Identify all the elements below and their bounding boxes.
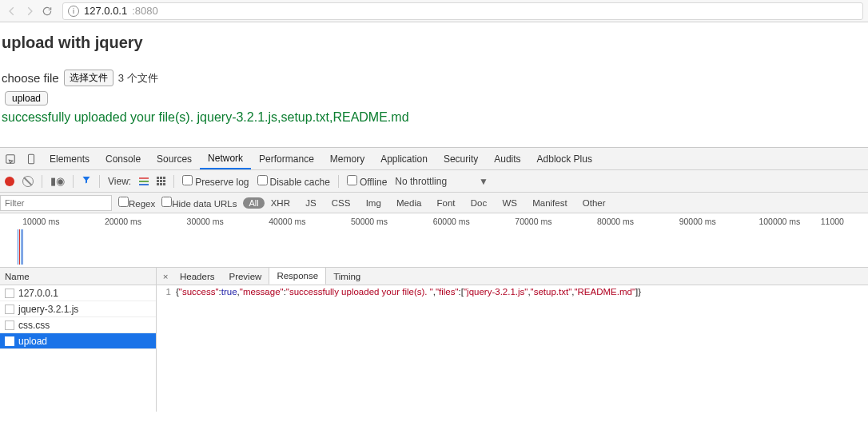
network-timeline[interactable]: 10000 ms20000 ms30000 ms40000 ms50000 ms… xyxy=(0,213,868,268)
svg-rect-0 xyxy=(6,154,15,163)
filter-type-img[interactable]: Img xyxy=(366,198,381,208)
url-host: 127.0.0.1 xyxy=(84,5,127,17)
site-info-icon[interactable]: i xyxy=(68,6,79,17)
view-list-icon[interactable] xyxy=(139,177,149,185)
tab-audits[interactable]: Audits xyxy=(486,148,528,169)
timeline-tick: 50000 ms xyxy=(328,217,411,226)
file-count-label: 3 个文件 xyxy=(118,71,158,86)
url-port: :8080 xyxy=(132,5,158,17)
record-button[interactable] xyxy=(5,177,14,186)
filter-icon[interactable] xyxy=(82,175,91,187)
file-icon xyxy=(5,320,14,330)
upload-status: successfully uploaded your file(s). jque… xyxy=(0,110,868,125)
throttling-dropdown-icon[interactable]: ▼ xyxy=(479,176,488,187)
tab-security[interactable]: Security xyxy=(436,148,486,169)
filter-type-doc[interactable]: Doc xyxy=(471,198,487,208)
address-bar[interactable]: i 127.0.0.1:8080 xyxy=(62,2,863,20)
filter-type-all[interactable]: All xyxy=(243,197,264,209)
tab-adblock-plus[interactable]: Adblock Plus xyxy=(529,148,600,169)
tab-elements[interactable]: Elements xyxy=(42,148,98,169)
file-icon xyxy=(5,289,14,298)
filter-type-other[interactable]: Other xyxy=(583,198,606,208)
inspect-icon[interactable] xyxy=(0,148,21,169)
timeline-tick: 30000 ms xyxy=(164,217,246,226)
request-row[interactable]: 127.0.0.1 xyxy=(0,285,156,301)
choose-file-label: choose file xyxy=(2,71,59,85)
forward-button[interactable] xyxy=(22,4,37,18)
line-number: 1 xyxy=(160,287,171,297)
detail-tab-response[interactable]: Response xyxy=(269,268,326,285)
request-detail: × HeadersPreviewResponseTiming 1 {"succe… xyxy=(157,268,868,412)
tab-sources[interactable]: Sources xyxy=(149,148,200,169)
request-row[interactable]: jquery-3.2.1.js xyxy=(0,301,156,317)
reqlist-header[interactable]: Name xyxy=(0,268,156,285)
network-toolbar: ▮◉ View: Preserve log Disable cache Offl… xyxy=(0,170,868,193)
tab-console[interactable]: Console xyxy=(98,148,149,169)
response-body[interactable]: {"success":true,"message":"successfully … xyxy=(176,287,641,297)
capture-screenshot-icon[interactable]: ▮◉ xyxy=(50,175,65,187)
timeline-tick: 11000 xyxy=(821,217,868,226)
timeline-tick: 100000 ms xyxy=(739,217,821,226)
filter-input[interactable] xyxy=(0,195,112,211)
view-grid-icon[interactable] xyxy=(157,177,165,185)
close-icon[interactable]: × xyxy=(158,272,173,281)
preserve-log-checkbox[interactable]: Preserve log xyxy=(182,175,249,188)
filter-type-media[interactable]: Media xyxy=(396,198,421,208)
timeline-tick: 40000 ms xyxy=(246,217,328,226)
filter-type-js[interactable]: JS xyxy=(305,198,316,208)
file-icon xyxy=(5,305,14,314)
hide-data-urls-checkbox[interactable]: Hide data URLs xyxy=(161,197,237,209)
filter-type-manifest[interactable]: Manifest xyxy=(532,198,567,208)
regex-checkbox[interactable]: Regex xyxy=(118,197,155,209)
filter-type-ws[interactable]: WS xyxy=(502,198,517,208)
choose-file-button[interactable]: 选择文件 xyxy=(64,70,113,86)
request-list: Name 127.0.0.1jquery-3.2.1.jscss.cssuplo… xyxy=(0,268,157,412)
upload-button[interactable]: upload xyxy=(5,91,48,106)
clear-button[interactable] xyxy=(22,176,34,187)
view-label: View: xyxy=(108,176,131,187)
browser-toolbar: i 127.0.0.1:8080 xyxy=(0,0,868,22)
file-icon xyxy=(5,336,14,346)
page-title: upload with jquery xyxy=(0,34,868,52)
reload-button[interactable] xyxy=(40,4,54,18)
timeline-tick: 90000 ms xyxy=(656,217,739,226)
devtools-panel: ElementsConsoleSourcesNetworkPerformance… xyxy=(0,147,868,412)
tab-application[interactable]: Application xyxy=(372,148,436,169)
tab-memory[interactable]: Memory xyxy=(322,148,372,169)
timeline-tick: 70000 ms xyxy=(492,217,575,226)
filter-type-css[interactable]: CSS xyxy=(332,198,351,208)
timeline-tick: 20000 ms xyxy=(82,217,165,226)
disable-cache-checkbox[interactable]: Disable cache xyxy=(257,175,330,188)
network-filterbar: Regex Hide data URLs All XHR JS CSS Img … xyxy=(0,193,868,213)
device-mode-icon[interactable] xyxy=(21,148,42,169)
devtools-tabbar: ElementsConsoleSourcesNetworkPerformance… xyxy=(0,148,868,170)
detail-tab-preview[interactable]: Preview xyxy=(221,268,269,285)
timeline-tick: 60000 ms xyxy=(410,217,492,226)
throttling-select[interactable]: No throttling xyxy=(395,176,447,187)
filter-type-font[interactable]: Font xyxy=(437,198,456,208)
timeline-tick: 10000 ms xyxy=(0,217,82,226)
timeline-tick: 80000 ms xyxy=(575,217,657,226)
svg-rect-1 xyxy=(29,154,34,164)
request-row[interactable]: upload xyxy=(0,333,156,349)
tab-network[interactable]: Network xyxy=(200,148,251,169)
back-button[interactable] xyxy=(5,4,19,18)
page-content: upload with jquery choose file 选择文件 3 个文… xyxy=(0,22,868,147)
detail-tab-headers[interactable]: Headers xyxy=(173,268,221,285)
tab-performance[interactable]: Performance xyxy=(251,148,322,169)
detail-tab-timing[interactable]: Timing xyxy=(326,268,368,285)
filter-type-xhr[interactable]: XHR xyxy=(271,198,290,208)
offline-checkbox[interactable]: Offline xyxy=(347,175,387,188)
request-row[interactable]: css.css xyxy=(0,317,156,333)
